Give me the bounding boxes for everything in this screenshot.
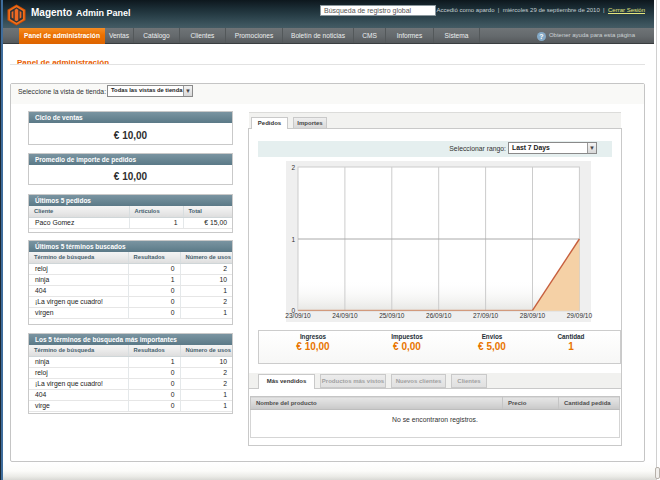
- svg-text:25/09/10: 25/09/10: [379, 312, 405, 319]
- svg-text:1: 1: [291, 236, 295, 243]
- svg-text:24/09/10: 24/09/10: [332, 312, 358, 319]
- svg-text:28/09/10: 28/09/10: [520, 312, 546, 319]
- svg-text:23/09/10: 23/09/10: [285, 312, 311, 319]
- svg-text:26/09/10: 26/09/10: [426, 312, 452, 319]
- svg-text:29/09/10: 29/09/10: [567, 312, 593, 319]
- svg-text:2: 2: [291, 164, 295, 171]
- svg-text:27/09/10: 27/09/10: [473, 312, 499, 319]
